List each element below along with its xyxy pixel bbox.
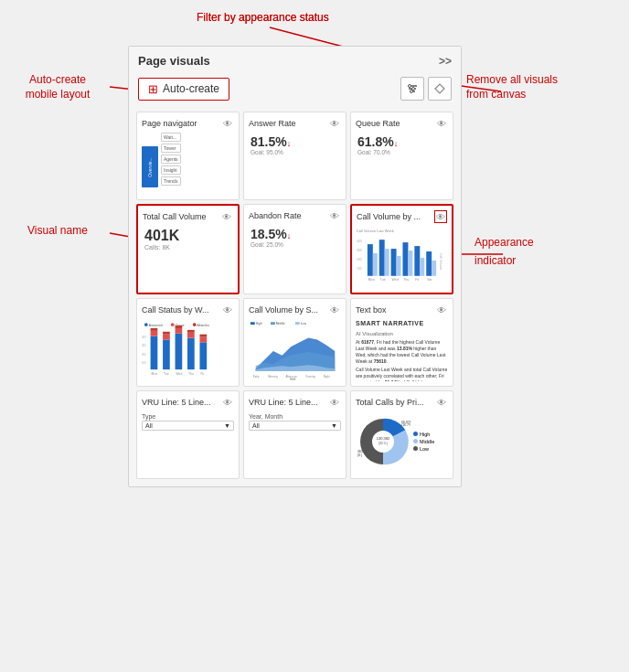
svg-text:Wed: Wed: [392, 278, 399, 282]
svg-rect-64: [199, 335, 207, 337]
eye-icon-vru-line-2[interactable]: 👁: [328, 396, 341, 409]
visual-card-call-volume-by-s: Call Volume by S... 👁 High Middle Low: [243, 298, 346, 387]
svg-rect-60: [187, 333, 195, 338]
svg-rect-25: [414, 246, 420, 276]
svg-text:Fri: Fri: [200, 372, 204, 376]
eye-icon-call-volume-by-s[interactable]: 👁: [328, 304, 341, 316]
eye-icon-answer-rate[interactable]: 👁: [328, 117, 341, 130]
card-title-call-volume-by: Call Volume by ...: [357, 212, 434, 221]
svg-text:Shift: Shift: [290, 378, 296, 381]
donut-legend: High Middle Low: [413, 432, 434, 452]
annotation-appearance-indicator: indicator: [474, 254, 516, 269]
svg-rect-51: [151, 331, 158, 336]
svg-rect-26: [426, 251, 432, 276]
svg-text:130,382: 130,382: [377, 436, 390, 441]
page-visuals-panel: Page visuals >> ⊞ Auto-create: [128, 46, 462, 487]
annotation-remove-all: Remove all visualsfrom canvas: [466, 73, 594, 101]
visual-card-text-box: Text box 👁 SMART NARRATIVE AI Visualizat…: [350, 298, 453, 387]
eye-icon-text-box[interactable]: 👁: [435, 304, 448, 316]
svg-rect-72: [271, 322, 275, 325]
svg-rect-30: [408, 251, 412, 276]
eye-icon-total-calls-by-pri[interactable]: 👁: [435, 396, 448, 409]
filter-select-year-month[interactable]: All▼: [249, 421, 341, 431]
svg-text:Tue: Tue: [380, 278, 386, 282]
svg-rect-24: [402, 242, 408, 276]
toolbar-right: [400, 77, 452, 101]
svg-rect-55: [163, 332, 170, 335]
card-title-total-call-volume: Total Call Volume: [143, 212, 220, 221]
page-navigator-content: Overvie... Wait... Tower Agents Insight …: [142, 133, 234, 195]
card-title-total-calls-by-pri: Total Calls by Pri...: [356, 398, 435, 407]
svg-rect-70: [251, 322, 255, 325]
svg-rect-54: [163, 335, 170, 340]
svg-rect-59: [187, 338, 195, 370]
eye-icon-page-navigator[interactable]: 👁: [221, 117, 234, 130]
eye-icon-vru-line-1[interactable]: 👁: [221, 396, 234, 409]
filter-label-year-month: Year, Month: [249, 413, 341, 420]
visual-card-total-calls-by-pri: Total Calls by Pri... 👁: [350, 390, 453, 479]
text-box-content: SMART NARRATIVE AI Visualization At 6167…: [356, 319, 448, 381]
visual-card-abandon-rate: Abandon Rate 👁 18.5%↓ Goal: 25.0%: [243, 204, 346, 294]
legend-label-high: High: [420, 432, 430, 437]
visuals-grid: Page navigator 👁 Overvie... Wait... Towe…: [129, 108, 461, 486]
card-title-vru-line-1: VRU Line: 5 Line...: [142, 398, 221, 407]
card-title-call-volume-by-s: Call Volume by S...: [249, 305, 328, 315]
svg-rect-52: [151, 328, 158, 331]
card-title-call-status-by-w: Call Status by W...: [142, 305, 221, 315]
eye-icon-queue-rate[interactable]: 👁: [435, 117, 448, 130]
call-volume-chart: Call Volume Last Week 400 300 200 100: [357, 226, 447, 285]
eye-icon-call-status-by-w[interactable]: 👁: [221, 304, 234, 316]
card-title-queue-rate: Queue Rate: [356, 119, 435, 128]
visual-card-page-navigator: Page navigator 👁 Overvie... Wait... Towe…: [136, 112, 240, 200]
legend-dot-high: [413, 432, 418, 436]
svg-text:(0.): (0.): [357, 453, 362, 457]
svg-rect-50: [151, 336, 158, 370]
call-volume-by-content: Call Volume Last Week 400 300 200 100: [357, 226, 447, 288]
call-status-content: Answered Queue Abandon 400 300 200 100: [142, 319, 234, 381]
svg-text:400: 400: [357, 240, 362, 243]
panel-title: Page visuals: [138, 54, 210, 68]
svg-rect-61: [187, 330, 195, 333]
legend-dot-middle: [413, 439, 418, 443]
svg-rect-58: [176, 325, 183, 328]
donut-chart-content: 130,382 (32.5.) 66,978 (16.7%) 361 (0.) …: [356, 411, 448, 474]
svg-point-15: [410, 91, 413, 93]
legend-label-middle: Middle: [420, 439, 434, 444]
visual-card-call-status-by-w: Call Status by W... 👁 Answered Queue Aba…: [136, 298, 240, 387]
svg-text:Thu: Thu: [403, 278, 409, 282]
auto-create-label: Auto-create: [163, 82, 219, 95]
card-title-page-navigator: Page navigator: [142, 119, 221, 128]
svg-rect-29: [397, 256, 401, 276]
area-chart: High Middle Low Early Morning: [249, 319, 341, 381]
eye-icon-abandon-rate[interactable]: 👁: [328, 209, 341, 222]
filter-icon: [406, 82, 419, 95]
svg-rect-63: [199, 337, 207, 343]
panel-toolbar: ⊞ Auto-create: [129, 73, 461, 108]
svg-rect-27: [373, 253, 378, 276]
svg-text:Low: Low: [301, 322, 307, 325]
svg-text:300: 300: [142, 344, 146, 347]
svg-text:Mon: Mon: [368, 278, 375, 282]
filter-select-type[interactable]: All▼: [142, 421, 234, 431]
svg-rect-31: [420, 258, 424, 276]
auto-create-button[interactable]: ⊞ Auto-create: [138, 78, 229, 101]
svg-rect-23: [391, 249, 397, 276]
svg-text:300: 300: [357, 249, 362, 252]
svg-text:200: 200: [142, 353, 146, 357]
eye-icon-total-call-volume[interactable]: 👁: [220, 210, 233, 223]
legend-dot-low: [413, 446, 418, 451]
svg-point-42: [171, 323, 175, 326]
call-status-chart: Answered Queue Abandon 400 300 200 100: [142, 319, 234, 381]
filter-appearance-button[interactable]: [400, 77, 424, 101]
eye-icon-call-volume-by[interactable]: 👁: [434, 210, 447, 223]
panel-expand-button[interactable]: >>: [439, 55, 452, 68]
answer-rate-content: 81.5%↓ Goal: 95.0%: [249, 133, 341, 195]
erase-icon: [433, 82, 446, 95]
svg-text:Early: Early: [253, 375, 260, 379]
annotation-auto-create: Auto-createmobile layout: [7, 73, 108, 101]
svg-rect-56: [176, 334, 183, 369]
svg-text:Night: Night: [324, 375, 330, 379]
svg-text:Call Volume: Call Volume: [439, 253, 442, 271]
remove-all-visuals-button[interactable]: [428, 77, 452, 101]
visual-card-call-volume-by: Call Volume by ... 👁 Call Volume Last We…: [350, 204, 453, 294]
